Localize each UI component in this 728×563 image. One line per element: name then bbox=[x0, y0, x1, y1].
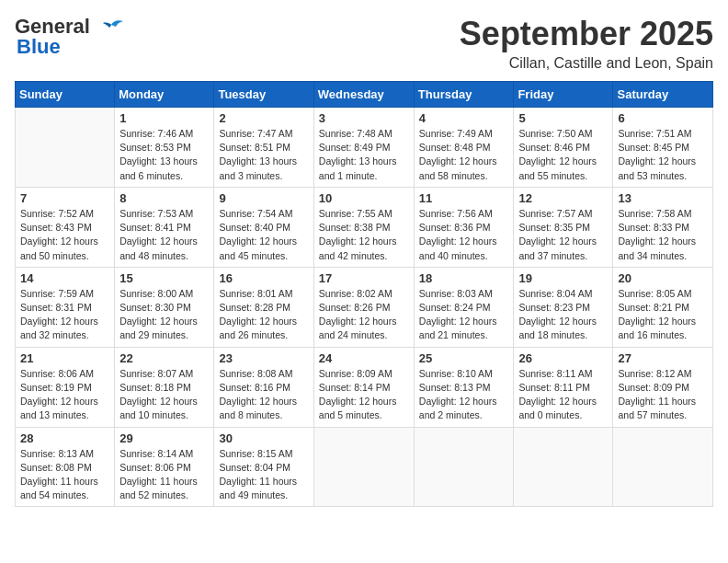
day-info: Sunrise: 8:12 AM Sunset: 8:09 PM Dayligh… bbox=[618, 367, 708, 423]
calendar-week-row: 7Sunrise: 7:52 AM Sunset: 8:43 PM Daylig… bbox=[16, 187, 713, 267]
logo-blue-text: Blue bbox=[17, 35, 61, 59]
calendar-cell: 7Sunrise: 7:52 AM Sunset: 8:43 PM Daylig… bbox=[16, 187, 115, 267]
day-number: 4 bbox=[419, 111, 509, 125]
weekday-header: Thursday bbox=[414, 82, 514, 108]
calendar-cell: 17Sunrise: 8:02 AM Sunset: 8:26 PM Dayli… bbox=[313, 267, 414, 347]
day-number: 7 bbox=[20, 191, 109, 205]
day-number: 17 bbox=[319, 271, 409, 285]
calendar-cell bbox=[414, 427, 514, 507]
calendar-cell bbox=[313, 427, 414, 507]
day-info: Sunrise: 8:04 AM Sunset: 8:23 PM Dayligh… bbox=[518, 287, 608, 343]
day-info: Sunrise: 7:54 AM Sunset: 8:40 PM Dayligh… bbox=[219, 207, 308, 263]
day-info: Sunrise: 7:46 AM Sunset: 8:53 PM Dayligh… bbox=[119, 127, 209, 183]
calendar-week-row: 28Sunrise: 8:13 AM Sunset: 8:08 PM Dayli… bbox=[16, 427, 713, 507]
day-number: 27 bbox=[618, 351, 708, 365]
day-number: 15 bbox=[119, 271, 209, 285]
day-number: 16 bbox=[219, 271, 308, 285]
weekday-header: Sunday bbox=[16, 82, 115, 108]
day-number: 8 bbox=[119, 191, 209, 205]
calendar-cell: 15Sunrise: 8:00 AM Sunset: 8:30 PM Dayli… bbox=[115, 267, 214, 347]
day-info: Sunrise: 7:50 AM Sunset: 8:46 PM Dayligh… bbox=[518, 127, 608, 183]
day-info: Sunrise: 8:13 AM Sunset: 8:08 PM Dayligh… bbox=[20, 447, 109, 503]
day-number: 23 bbox=[219, 351, 308, 365]
calendar-cell bbox=[514, 427, 613, 507]
day-info: Sunrise: 8:02 AM Sunset: 8:26 PM Dayligh… bbox=[319, 287, 409, 343]
calendar-cell: 4Sunrise: 7:49 AM Sunset: 8:48 PM Daylig… bbox=[414, 108, 514, 188]
day-info: Sunrise: 8:09 AM Sunset: 8:14 PM Dayligh… bbox=[319, 367, 409, 423]
day-number: 3 bbox=[319, 111, 409, 125]
day-number: 10 bbox=[319, 191, 409, 205]
day-info: Sunrise: 8:08 AM Sunset: 8:16 PM Dayligh… bbox=[219, 367, 308, 423]
day-number: 30 bbox=[219, 431, 308, 445]
calendar-cell: 11Sunrise: 7:56 AM Sunset: 8:36 PM Dayli… bbox=[414, 187, 514, 267]
logo: General Blue bbox=[15, 15, 125, 59]
calendar-header-row: SundayMondayTuesdayWednesdayThursdayFrid… bbox=[16, 82, 713, 108]
day-info: Sunrise: 8:07 AM Sunset: 8:18 PM Dayligh… bbox=[119, 367, 209, 423]
weekday-header: Saturday bbox=[613, 82, 713, 108]
logo-bird-icon bbox=[97, 17, 125, 38]
calendar-week-row: 14Sunrise: 7:59 AM Sunset: 8:31 PM Dayli… bbox=[16, 267, 713, 347]
calendar-cell: 3Sunrise: 7:48 AM Sunset: 8:49 PM Daylig… bbox=[313, 108, 414, 188]
calendar-cell: 30Sunrise: 8:15 AM Sunset: 8:04 PM Dayli… bbox=[214, 427, 313, 507]
calendar-cell: 23Sunrise: 8:08 AM Sunset: 8:16 PM Dayli… bbox=[214, 347, 313, 427]
day-number: 28 bbox=[20, 431, 109, 445]
calendar-cell bbox=[613, 427, 713, 507]
calendar-cell: 1Sunrise: 7:46 AM Sunset: 8:53 PM Daylig… bbox=[115, 108, 214, 188]
calendar-cell: 2Sunrise: 7:47 AM Sunset: 8:51 PM Daylig… bbox=[214, 108, 313, 188]
day-number: 11 bbox=[419, 191, 509, 205]
day-info: Sunrise: 7:56 AM Sunset: 8:36 PM Dayligh… bbox=[419, 207, 509, 263]
day-info: Sunrise: 8:11 AM Sunset: 8:11 PM Dayligh… bbox=[518, 367, 608, 423]
calendar-cell: 26Sunrise: 8:11 AM Sunset: 8:11 PM Dayli… bbox=[514, 347, 613, 427]
calendar-cell: 24Sunrise: 8:09 AM Sunset: 8:14 PM Dayli… bbox=[313, 347, 414, 427]
day-number: 21 bbox=[20, 351, 109, 365]
title-area: September 2025 Cillan, Castille and Leon… bbox=[460, 15, 713, 72]
calendar-cell: 10Sunrise: 7:55 AM Sunset: 8:38 PM Dayli… bbox=[313, 187, 414, 267]
day-info: Sunrise: 7:48 AM Sunset: 8:49 PM Dayligh… bbox=[319, 127, 409, 183]
calendar-cell: 14Sunrise: 7:59 AM Sunset: 8:31 PM Dayli… bbox=[16, 267, 115, 347]
day-info: Sunrise: 7:52 AM Sunset: 8:43 PM Dayligh… bbox=[20, 207, 109, 263]
page-header: General Blue September 2025 Cillan, Cast… bbox=[15, 15, 713, 72]
day-number: 20 bbox=[618, 271, 708, 285]
day-info: Sunrise: 8:01 AM Sunset: 8:28 PM Dayligh… bbox=[219, 287, 308, 343]
day-info: Sunrise: 8:00 AM Sunset: 8:30 PM Dayligh… bbox=[119, 287, 209, 343]
weekday-header: Monday bbox=[115, 82, 214, 108]
day-info: Sunrise: 7:51 AM Sunset: 8:45 PM Dayligh… bbox=[618, 127, 708, 183]
day-info: Sunrise: 7:53 AM Sunset: 8:41 PM Dayligh… bbox=[119, 207, 209, 263]
day-info: Sunrise: 7:55 AM Sunset: 8:38 PM Dayligh… bbox=[319, 207, 409, 263]
weekday-header: Tuesday bbox=[214, 82, 313, 108]
calendar-cell: 22Sunrise: 8:07 AM Sunset: 8:18 PM Dayli… bbox=[115, 347, 214, 427]
calendar-cell: 18Sunrise: 8:03 AM Sunset: 8:24 PM Dayli… bbox=[414, 267, 514, 347]
calendar-cell: 21Sunrise: 8:06 AM Sunset: 8:19 PM Dayli… bbox=[16, 347, 115, 427]
day-number: 1 bbox=[119, 111, 209, 125]
day-info: Sunrise: 8:14 AM Sunset: 8:06 PM Dayligh… bbox=[119, 447, 209, 503]
calendar-week-row: 21Sunrise: 8:06 AM Sunset: 8:19 PM Dayli… bbox=[16, 347, 713, 427]
day-info: Sunrise: 8:03 AM Sunset: 8:24 PM Dayligh… bbox=[419, 287, 509, 343]
weekday-header: Friday bbox=[514, 82, 613, 108]
day-info: Sunrise: 7:58 AM Sunset: 8:33 PM Dayligh… bbox=[618, 207, 708, 263]
day-info: Sunrise: 7:47 AM Sunset: 8:51 PM Dayligh… bbox=[219, 127, 308, 183]
calendar-cell: 20Sunrise: 8:05 AM Sunset: 8:21 PM Dayli… bbox=[613, 267, 713, 347]
day-info: Sunrise: 7:59 AM Sunset: 8:31 PM Dayligh… bbox=[20, 287, 109, 343]
calendar-cell: 5Sunrise: 7:50 AM Sunset: 8:46 PM Daylig… bbox=[514, 108, 613, 188]
day-info: Sunrise: 8:15 AM Sunset: 8:04 PM Dayligh… bbox=[219, 447, 308, 503]
day-info: Sunrise: 7:57 AM Sunset: 8:35 PM Dayligh… bbox=[518, 207, 608, 263]
day-info: Sunrise: 7:49 AM Sunset: 8:48 PM Dayligh… bbox=[419, 127, 509, 183]
day-number: 13 bbox=[618, 191, 708, 205]
day-number: 25 bbox=[419, 351, 509, 365]
month-title: September 2025 bbox=[460, 15, 713, 53]
day-number: 22 bbox=[119, 351, 209, 365]
day-info: Sunrise: 8:10 AM Sunset: 8:13 PM Dayligh… bbox=[419, 367, 509, 423]
calendar-cell: 6Sunrise: 7:51 AM Sunset: 8:45 PM Daylig… bbox=[613, 108, 713, 188]
day-number: 18 bbox=[419, 271, 509, 285]
calendar-cell: 28Sunrise: 8:13 AM Sunset: 8:08 PM Dayli… bbox=[16, 427, 115, 507]
weekday-header: Wednesday bbox=[313, 82, 414, 108]
day-number: 5 bbox=[518, 111, 608, 125]
day-number: 2 bbox=[219, 111, 308, 125]
day-info: Sunrise: 8:05 AM Sunset: 8:21 PM Dayligh… bbox=[618, 287, 708, 343]
day-number: 14 bbox=[20, 271, 109, 285]
calendar-cell: 13Sunrise: 7:58 AM Sunset: 8:33 PM Dayli… bbox=[613, 187, 713, 267]
calendar-cell: 9Sunrise: 7:54 AM Sunset: 8:40 PM Daylig… bbox=[214, 187, 313, 267]
calendar-cell: 25Sunrise: 8:10 AM Sunset: 8:13 PM Dayli… bbox=[414, 347, 514, 427]
calendar-cell: 19Sunrise: 8:04 AM Sunset: 8:23 PM Dayli… bbox=[514, 267, 613, 347]
day-number: 26 bbox=[518, 351, 608, 365]
